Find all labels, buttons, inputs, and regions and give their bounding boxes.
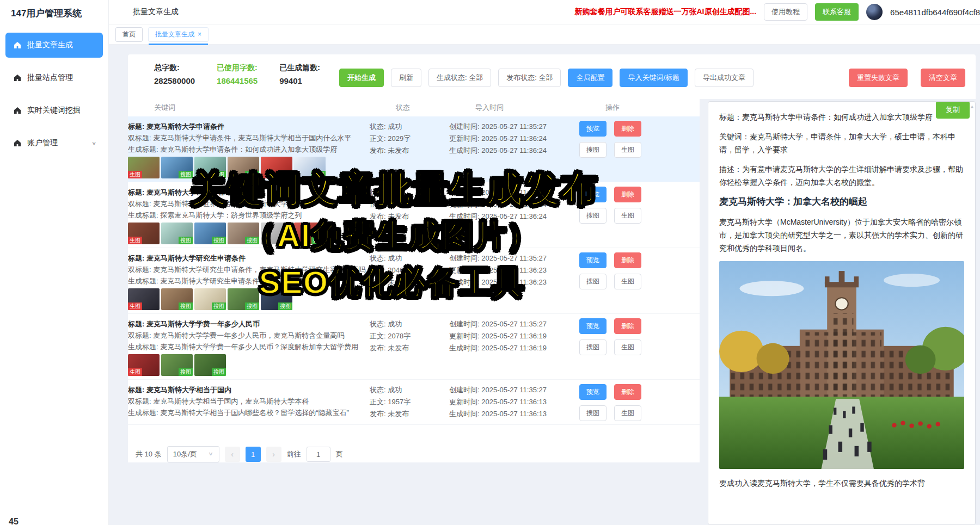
sidebar-item-3[interactable]: 实时关键词挖掘 <box>5 98 103 123</box>
sidebar-item-4[interactable]: 账户管理∨ <box>5 131 103 156</box>
delete-button[interactable]: 删除 <box>614 121 641 137</box>
delete-button[interactable]: 删除 <box>614 187 641 202</box>
delete-button[interactable]: 删除 <box>614 384 641 400</box>
generate-image-button[interactable]: 生图 <box>614 339 641 355</box>
delete-button[interactable]: 删除 <box>614 318 641 334</box>
thumb-badge: 搜图 <box>179 171 193 178</box>
promo-notice[interactable]: 新购套餐用户可联系客服赠送一万张AI原创生成配图... <box>574 7 756 17</box>
home-icon <box>13 41 22 50</box>
article-thumbnail[interactable]: 搜图 <box>194 157 226 178</box>
search-image-button[interactable]: 搜图 <box>579 405 607 421</box>
article-thumbnail[interactable]: 搜图 <box>261 223 292 244</box>
tutorial-button[interactable]: 使用教程 <box>764 3 807 21</box>
contact-support-button[interactable]: 联系客服 <box>815 3 859 21</box>
table-row[interactable]: 标题: 麦克马斯特大学相当于国内双标题: 麦克马斯特大学相当于国内，麦克马斯特大… <box>128 380 700 425</box>
preview-button[interactable]: 预览 <box>579 187 607 202</box>
toolbar-buttons: 开始生成 刷新 生成状态: 全部 发布状态: 全部 全局配置 导入关键词/标题 … <box>339 69 754 87</box>
goto-page-input[interactable] <box>307 447 330 462</box>
col-status: 状态 <box>396 103 475 113</box>
article-thumbnail[interactable]: 搜图 <box>228 157 259 178</box>
export-success-button[interactable]: 导出成功文章 <box>695 69 754 87</box>
campus-photo <box>719 261 964 469</box>
article-thumbnail[interactable]: 搜图 <box>228 288 259 310</box>
article-thumbnail[interactable]: 生图 <box>128 354 160 376</box>
created-line: 创建时间: 2025-05-27 11:35:27 <box>449 252 579 264</box>
table-row[interactable]: 标题: 麦克马斯特大学研究生申请条件双标题: 麦克马斯特大学研究生申请条件，麦克… <box>128 248 700 314</box>
status-cell: 状态: 成功正文: 2046字发布: 未发布 <box>370 252 449 310</box>
copy-button[interactable]: 复制 <box>936 101 970 119</box>
table-row[interactable]: 标题: 麦克马斯特大学申请条件双标题: 麦克马斯特大学申请条件，麦克马斯特大学相… <box>128 116 700 182</box>
article-thumbnail[interactable]: 生图 <box>128 157 160 178</box>
page-number-button[interactable]: 1 <box>246 447 261 462</box>
thumb-badge: 搜图 <box>179 237 193 244</box>
article-thumbnail[interactable]: 搜图 <box>294 157 326 178</box>
publish-status-select[interactable]: 发布状态: 全部 <box>498 69 561 87</box>
table-row[interactable]: 标题: 麦克马斯特大学世界排名双标题: 麦克马斯特大学世界排名，麦克马斯特大学Q… <box>128 182 700 248</box>
thumb-badge: 搜图 <box>278 237 292 244</box>
article-thumbnail[interactable]: 搜图 <box>161 354 193 376</box>
sidebar-item-label: 账户管理 <box>27 138 58 148</box>
article-thumbnail[interactable]: 搜图 <box>194 288 226 310</box>
search-image-button[interactable]: 搜图 <box>579 208 607 224</box>
action-cell: 预览删除搜图生图 <box>579 384 700 421</box>
publish-line: 发布: 未发布 <box>370 408 449 420</box>
sidebar-item-1[interactable]: 批量文章生成 <box>5 33 103 58</box>
table-row[interactable]: 标题: 麦克马斯特大学学费一年多少人民币双标题: 麦克马斯特大学学费一年多少人民… <box>128 314 700 380</box>
thumb-badge: 生图 <box>128 302 142 310</box>
action-buttons: 预览删除搜图生图 <box>579 252 650 289</box>
import-keywords-button[interactable]: 导入关键词/标题 <box>620 69 688 87</box>
search-image-button[interactable]: 搜图 <box>579 339 607 355</box>
sidebar-item-label: 批量站点管理 <box>27 73 73 83</box>
thumb-badge: 生图 <box>128 237 142 244</box>
generate-image-button[interactable]: 生图 <box>614 405 641 421</box>
next-page-button[interactable]: › <box>266 447 281 462</box>
sidebar-item-2[interactable]: 批量站点管理 <box>5 65 103 90</box>
thumb-badge: 搜图 <box>179 368 193 376</box>
row-generated-title: 生成标题: 麦克马斯特大学研究生申请条件全攻略 <box>128 275 370 287</box>
tab-batch-generate[interactable]: 批量文章生成× <box>148 27 209 42</box>
article-thumbnail[interactable]: 搜图 <box>228 223 259 244</box>
refresh-button[interactable]: 刷新 <box>391 69 421 87</box>
article-thumbnail[interactable]: 搜图 <box>294 223 326 244</box>
article-thumbnail[interactable]: 搜图 <box>161 157 193 178</box>
article-thumbnail[interactable]: 搜图 <box>194 223 226 244</box>
article-thumbnail[interactable]: 搜图 <box>261 157 292 178</box>
delete-button[interactable]: 删除 <box>614 252 641 268</box>
page-size-select[interactable]: 10条/页∨ <box>167 446 219 462</box>
table-header: 关键词 状态 导入时间 操作 <box>128 99 700 116</box>
article-thumbnail[interactable]: 搜图 <box>161 223 193 244</box>
generate-status-select[interactable]: 生成状态: 全部 <box>428 69 491 87</box>
app-title: 147用户管理系统 <box>0 0 108 25</box>
search-image-button[interactable]: 搜图 <box>579 142 607 158</box>
tab-home[interactable]: 首页 <box>115 27 143 42</box>
thumb-badge: 搜图 <box>212 171 226 178</box>
clear-articles-button[interactable]: 清空文章 <box>921 69 965 87</box>
goto-label: 前往 <box>287 449 301 459</box>
generate-image-button[interactable]: 生图 <box>614 274 641 289</box>
search-image-button[interactable]: 搜图 <box>579 274 607 289</box>
generate-image-button[interactable]: 生图 <box>614 208 641 224</box>
preview-button[interactable]: 预览 <box>579 318 607 334</box>
reset-failed-button[interactable]: 重置失败文章 <box>849 69 908 87</box>
publish-line: 发布: 未发布 <box>370 276 449 288</box>
prev-page-button[interactable]: ‹ <box>225 447 240 462</box>
user-avatar[interactable] <box>866 4 883 20</box>
article-thumbnail[interactable]: 搜图 <box>194 354 226 376</box>
article-thumbnail[interactable]: 生图 <box>128 223 160 244</box>
app-root: 147用户管理系统 批量文章生成批量站点管理实时关键词挖掘账户管理∨ 45 批量… <box>0 0 980 525</box>
start-generate-button[interactable]: 开始生成 <box>339 69 384 87</box>
preview-button[interactable]: 预览 <box>579 252 607 268</box>
preview-button[interactable]: 预览 <box>579 121 607 137</box>
article-thumbnail[interactable]: 生图 <box>128 288 160 310</box>
action-cell: 预览删除搜图生图 <box>579 187 700 244</box>
content-area: 总字数: 282580000 已使用字数: 186441565 已生成篇数: 9… <box>109 45 980 525</box>
thumb-badge: 搜图 <box>278 302 292 310</box>
created-line: 创建时间: 2025-05-27 11:35:27 <box>449 318 579 330</box>
article-thumbnail[interactable]: 搜图 <box>261 288 292 310</box>
global-config-button[interactable]: 全局配置 <box>568 69 612 87</box>
row-dual-title: 双标题: 麦克马斯特大学学费一年多少人民币，麦克马斯特含金量高吗 <box>128 330 370 341</box>
generate-image-button[interactable]: 生图 <box>614 142 641 158</box>
preview-button[interactable]: 预览 <box>579 384 607 400</box>
article-thumbnail[interactable]: 搜图 <box>161 288 193 310</box>
close-tab-icon[interactable]: × <box>198 30 201 38</box>
